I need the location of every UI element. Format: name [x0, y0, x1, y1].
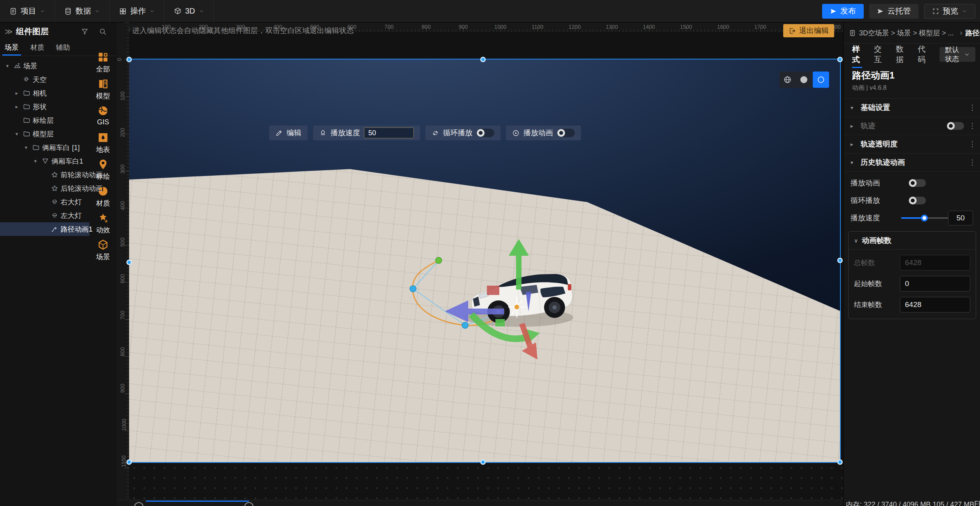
- bottom-scrollbar[interactable]: [146, 501, 249, 502]
- expander-icon[interactable]: ▸: [12, 104, 21, 110]
- selection-handle[interactable]: [837, 258, 843, 263]
- loop-play-control[interactable]: 循环播放: [425, 126, 500, 140]
- dock-item-标绘[interactable]: 标绘: [89, 157, 117, 184]
- gizmo-plane-handle-green[interactable]: [495, 319, 505, 326]
- expander-icon[interactable]: ▾: [22, 145, 30, 150]
- path-point-current[interactable]: [514, 304, 520, 310]
- caret-down-icon[interactable]: ▾: [850, 105, 861, 111]
- expander-icon[interactable]: ▾: [3, 63, 12, 69]
- more-options-icon[interactable]: ⋮: [969, 141, 976, 147]
- tree-item-场景[interactable]: ▾场景: [0, 59, 89, 73]
- ruler-label: 1500: [680, 24, 692, 30]
- play-animation-toggle[interactable]: [557, 129, 575, 137]
- collapse-panel-icon[interactable]: ≫: [5, 27, 13, 36]
- tree-item-形状[interactable]: ▸形状: [0, 100, 89, 113]
- 3d-viewport[interactable]: 编辑 播放速度 循环播放 播放动画: [129, 59, 840, 462]
- loop-play-toggle[interactable]: [476, 129, 494, 137]
- tree-item-路径动画1[interactable]: 路径动画1: [0, 222, 89, 236]
- tab-材质[interactable]: 材质: [30, 40, 45, 56]
- selection-handle[interactable]: [480, 57, 486, 62]
- menu-项目[interactable]: 项目: [0, 0, 55, 23]
- tree-item-相机[interactable]: ▸相机: [0, 86, 89, 100]
- section-轨迹透明度[interactable]: ▸轨迹透明度⋮: [844, 135, 980, 154]
- section-基础设置[interactable]: ▾基础设置⋮: [844, 99, 980, 117]
- viewport-view-controls: [779, 72, 829, 88]
- edit-button[interactable]: 编辑: [269, 126, 308, 140]
- tab-样式[interactable]: 样式: [852, 38, 862, 70]
- expander-icon[interactable]: ▸: [12, 90, 21, 96]
- tree-item-俩厢车白 [1][interactable]: ▾俩厢车白 [1]: [0, 141, 89, 154]
- layers-panel: ≫ 组件图层 场景材质辅助 ▾场景天空▸相机▸形状标绘层▾模型层▾俩厢车白 [1…: [0, 23, 117, 506]
- dock-item-动效[interactable]: 动效: [89, 211, 117, 237]
- tree-item-右大灯[interactable]: 右大灯: [0, 195, 89, 209]
- tab-代码[interactable]: 代码: [918, 38, 928, 70]
- state-dropdown[interactable]: 默认状态: [940, 47, 975, 62]
- selection-handle[interactable]: [126, 459, 132, 465]
- more-options-icon[interactable]: ⋮: [969, 160, 976, 165]
- dock-item-GIS[interactable]: GIS: [89, 103, 117, 130]
- tab-场景[interactable]: 场景: [4, 40, 19, 56]
- tree-item-模型层[interactable]: ▾模型层: [0, 127, 89, 141]
- tree-item-俩厢车白1[interactable]: ▾俩厢车白1: [0, 154, 89, 168]
- caret-right-icon[interactable]: ▸: [850, 141, 861, 147]
- dock-item-地表[interactable]: 地表: [89, 130, 117, 157]
- play-animation-control[interactable]: 播放动画: [506, 126, 581, 140]
- play-speed-value-input[interactable]: [948, 211, 973, 225]
- section-历史轨迹动画[interactable]: ▾历史轨迹动画⋮: [844, 154, 980, 172]
- filter-icon[interactable]: [81, 28, 89, 35]
- exit-edit-button[interactable]: 退出编辑: [783, 24, 834, 37]
- search-icon[interactable]: [99, 28, 107, 35]
- selection-handle[interactable]: [480, 459, 486, 465]
- dock-item-label: 场景: [96, 252, 110, 262]
- breadcrumb[interactable]: 3D空场景 > 场景 > 模型层 > ... › 路径动画1: [844, 23, 980, 44]
- tree-item-后轮滚动动画[interactable]: 后轮滚动动画: [0, 181, 89, 195]
- publish-button[interactable]: 发布: [822, 4, 864, 19]
- dock-item-场景[interactable]: 场景: [89, 237, 117, 264]
- layers-panel-title: 组件图层: [16, 26, 49, 37]
- menu-3D[interactable]: 3D: [164, 0, 214, 23]
- path-point-control[interactable]: [410, 286, 416, 292]
- cloud-hosting-button[interactable]: 云托管: [869, 4, 919, 19]
- more-options-icon[interactable]: ⋮: [969, 105, 976, 110]
- menu-数据[interactable]: 数据: [55, 0, 110, 23]
- frame-field-input[interactable]: [900, 276, 970, 291]
- path-point-control[interactable]: [462, 322, 468, 328]
- tab-辅助[interactable]: 辅助: [55, 40, 71, 56]
- tree-item-左大灯[interactable]: 左大灯: [0, 209, 89, 222]
- more-options-icon[interactable]: ⋮: [969, 123, 976, 129]
- ruler-label: 100: [119, 91, 126, 100]
- gizmo-plane-handle-red[interactable]: [487, 286, 499, 295]
- play-animation-toggle[interactable]: [909, 179, 926, 187]
- expander-icon[interactable]: ▾: [31, 158, 40, 164]
- solid-view-button[interactable]: [796, 72, 812, 88]
- loop-play-toggle[interactable]: [909, 197, 926, 204]
- selection-handle[interactable]: [837, 459, 843, 465]
- globe-view-button[interactable]: [779, 72, 796, 88]
- globe-icon: [783, 75, 792, 84]
- expander-icon[interactable]: ▾: [12, 131, 21, 137]
- tree-item-标绘层[interactable]: 标绘层: [0, 113, 89, 127]
- animation-frames-header[interactable]: ∨ 动画帧数: [849, 232, 976, 250]
- selection-handle[interactable]: [126, 57, 132, 62]
- selection-handle[interactable]: [837, 57, 843, 62]
- tab-交互[interactable]: 交互: [874, 38, 884, 70]
- section-toggle[interactable]: [947, 122, 964, 130]
- play-speed-input[interactable]: [364, 127, 414, 138]
- frame-field-input[interactable]: [900, 297, 970, 312]
- dock-item-模型[interactable]: 模型: [89, 77, 117, 103]
- selection-handle[interactable]: [126, 260, 132, 265]
- preview-button[interactable]: 预览: [924, 4, 975, 19]
- dock-item-材质[interactable]: 材质: [89, 184, 117, 211]
- caret-right-icon[interactable]: ▸: [850, 123, 861, 129]
- tree-item-前轮滚动动画[interactable]: 前轮滚动动画: [0, 168, 89, 181]
- tab-数据[interactable]: 数据: [896, 38, 906, 70]
- path-point-start[interactable]: [436, 257, 442, 263]
- section-轨迹[interactable]: ▸轨迹⋮: [844, 117, 980, 135]
- caret-down-icon[interactable]: ▾: [850, 159, 861, 166]
- menu-操作[interactable]: 操作: [110, 0, 164, 23]
- dock-item-全部[interactable]: 全部: [89, 50, 117, 77]
- tree-item-天空[interactable]: 天空: [0, 73, 89, 86]
- play-speed-slider[interactable]: [901, 217, 948, 219]
- ruler-label: 0: [116, 58, 122, 61]
- orbit-view-button-active[interactable]: [813, 72, 829, 88]
